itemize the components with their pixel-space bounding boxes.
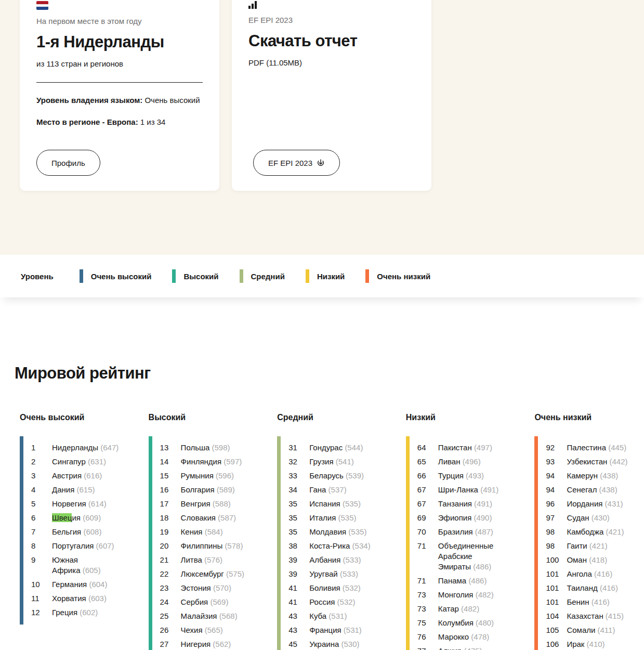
country-link[interactable]: Гаити — [567, 541, 589, 550]
country-link[interactable]: Беларусь — [309, 471, 346, 480]
country-link[interactable]: Германия — [52, 580, 89, 589]
country-link[interactable]: Танзания — [438, 499, 474, 508]
country-link[interactable]: Пакистан — [438, 443, 474, 452]
country-link[interactable]: Ангола — [567, 569, 594, 578]
country-link[interactable]: Иордания — [567, 499, 604, 508]
country-link[interactable]: Бразилия — [438, 527, 475, 536]
country-link[interactable]: Боливия — [309, 583, 343, 592]
download-card: EF EPI 2023 Скачать отчет PDF (11.05MB) … — [232, 0, 431, 191]
country-link[interactable]: Сербия — [181, 597, 211, 606]
country-link[interactable]: Ирак — [567, 640, 586, 648]
rank-number: 11 — [31, 593, 52, 604]
country-link[interactable]: Камбоджа — [567, 527, 606, 536]
country-link[interactable]: Сенегал — [567, 485, 599, 494]
country-score: (608) — [83, 527, 101, 536]
ranking-row: 67Шри-Ланка (491) — [417, 483, 510, 497]
country-link[interactable]: Марокко — [438, 632, 471, 641]
country-link[interactable]: Сингапур — [52, 457, 88, 466]
country-cell: Гана (537) — [309, 485, 381, 495]
country-link[interactable]: Шри-Ланка — [438, 485, 480, 494]
country-link[interactable]: Швеция — [52, 513, 83, 522]
country-link[interactable]: Албания — [309, 555, 343, 564]
country-link[interactable]: Филиппины — [181, 541, 225, 550]
ranking-row: 12Греция (602) — [31, 605, 124, 619]
legend-item: Высокий — [172, 269, 218, 283]
country-link[interactable]: Венгрия — [181, 499, 213, 508]
profile-button[interactable]: Профиль — [36, 150, 100, 176]
country-link[interactable]: Палестина — [567, 443, 608, 452]
ranking-row: 3Австрия (616) — [31, 469, 124, 483]
country-link[interactable]: Болгария — [181, 485, 217, 494]
country-link[interactable]: Франция — [309, 626, 344, 634]
country-score: (493) — [466, 471, 484, 480]
country-link[interactable]: Португалия — [52, 541, 96, 550]
country-score: (416) — [594, 569, 612, 578]
country-link[interactable]: Нидерланды — [52, 443, 100, 452]
country-link[interactable]: Хорватия — [52, 594, 88, 603]
country-link[interactable]: Испания — [309, 499, 343, 508]
country-link[interactable]: Куба — [309, 612, 328, 620]
country-link[interactable]: Австрия — [52, 471, 84, 480]
country-link[interactable]: Гондурас — [309, 443, 345, 452]
country-score: (491) — [474, 499, 492, 508]
country-link[interactable]: Словакия — [181, 513, 218, 522]
country-link[interactable]: Колумбия — [438, 618, 476, 627]
country-link[interactable]: Панама — [438, 576, 469, 585]
country-link[interactable]: Греция — [52, 608, 80, 617]
country-link[interactable]: Украина — [309, 640, 341, 648]
legend-item: Очень высокий — [80, 269, 152, 283]
country-link[interactable]: Люксембург — [181, 569, 226, 578]
country-link[interactable]: Оман — [567, 555, 589, 564]
country-link[interactable]: Литва — [181, 555, 204, 564]
download-icon — [317, 159, 325, 167]
country-link[interactable]: Малайзия — [181, 612, 219, 620]
country-link[interactable]: Сомали — [567, 626, 597, 634]
country-link[interactable]: Алжир — [438, 646, 464, 650]
country-link[interactable]: Казахстан — [567, 612, 605, 620]
level-color-bar — [277, 436, 281, 650]
level-color-chip — [240, 269, 243, 283]
country-link[interactable]: Кения — [181, 527, 205, 536]
country-link[interactable]: Италия — [309, 513, 338, 522]
country-cell: Узбекистан (442) — [567, 457, 638, 467]
country-link[interactable]: Эфиопия — [438, 513, 474, 522]
download-report-button[interactable]: EF EPI 2023 — [253, 150, 340, 176]
ranking-row: 35Испания (535) — [288, 497, 381, 511]
country-score: (416) — [592, 597, 610, 606]
country-link[interactable]: Бельгия — [52, 527, 83, 536]
country-link[interactable]: Финляндия — [181, 457, 224, 466]
country-link[interactable]: Судан — [567, 513, 591, 522]
country-score: (647) — [100, 443, 119, 452]
country-link[interactable]: Камерун — [567, 471, 600, 480]
country-link[interactable]: Молдавия — [309, 527, 348, 536]
ranking-row: 73Монголия (482) — [417, 588, 510, 602]
country-link[interactable]: Уругвай — [309, 569, 340, 578]
country-link[interactable]: Монголия — [438, 590, 476, 599]
country-link[interactable]: Эстония — [181, 583, 213, 592]
legend-item-label: Очень низкий — [377, 272, 430, 281]
ranking-row: 2Сингапур (631) — [31, 454, 124, 469]
country-link[interactable]: Ливан — [438, 457, 463, 466]
country-cell: Польша (598) — [181, 443, 253, 453]
country-link[interactable]: Норвегия — [52, 499, 88, 508]
country-link[interactable]: Гана — [309, 485, 328, 494]
country-link[interactable]: Таиланд — [567, 583, 600, 592]
country-link[interactable]: Узбекистан — [567, 457, 609, 466]
country-link[interactable]: Россия — [309, 597, 337, 606]
ranking-row: 23Эстония (570) — [160, 581, 253, 595]
country-link[interactable]: Нигерия — [181, 640, 213, 648]
level-color-chip — [172, 269, 176, 283]
country-link[interactable]: Польша — [181, 443, 212, 452]
country-link[interactable]: Грузия — [309, 457, 336, 466]
country-score: (615) — [76, 485, 95, 494]
country-link[interactable]: Румыния — [181, 471, 216, 480]
country-link[interactable]: Коста-Рика — [309, 541, 352, 550]
ranking-row: 94Камерун (438) — [546, 469, 638, 483]
country-link[interactable]: Бенин — [567, 597, 591, 606]
country-link[interactable]: Катар — [438, 604, 461, 613]
country-link[interactable]: Турция — [438, 471, 466, 480]
country-link[interactable]: Дания — [52, 485, 76, 494]
country-link[interactable]: Южная Африка — [52, 555, 83, 575]
proficiency-label: Уровень владения языком: — [36, 96, 142, 105]
country-link[interactable]: Чехия — [181, 626, 205, 634]
